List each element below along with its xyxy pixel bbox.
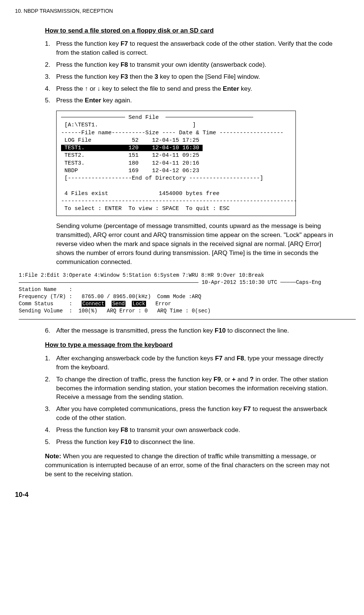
section1-step6: After the message is transmitted, press …: [45, 326, 338, 335]
list-item: Press the function key F10 to disconnect…: [45, 438, 338, 447]
list-item: Press the ↑ or ↓ key to select the file …: [45, 84, 338, 93]
send-file-window: ─────────────────── Send File ──────────…: [56, 111, 296, 216]
list-item: Press the function key F8 to transmit yo…: [45, 60, 338, 69]
list-item: Press the function key F8 to transmit yo…: [45, 426, 338, 435]
page-number: 10-4: [15, 490, 349, 500]
list-item: Press the function key F7 to request the…: [45, 39, 338, 57]
section2-title: How to type a message from the keyboard: [45, 340, 338, 350]
list-item: After you have completed communications,…: [45, 405, 338, 423]
step-6: After the message is transmitted, press …: [45, 326, 338, 335]
section1-title: How to send a file stored on a floppy di…: [45, 26, 338, 35]
list-item: After exchanging answerback code by the …: [45, 354, 338, 372]
status-screen: 1:File 2:Edit 3:Operate 4:Window 5:Stati…: [19, 272, 356, 321]
list-item: Press the function key F3 then the 3 key…: [45, 72, 338, 81]
section2-steps: After exchanging answerback code by the …: [45, 354, 338, 446]
section1-steps: Press the function key F7 to request the…: [45, 39, 338, 105]
page-header: 10. NBDP TRANSMISSION, RECEPTION: [15, 8, 349, 15]
note-paragraph: Note: When you are requested to change t…: [45, 452, 338, 478]
list-item: To change the direction of traffic, pres…: [45, 375, 338, 402]
paragraph-description: Sending volume (percentage of message tr…: [56, 222, 338, 266]
list-item: Press the Enter key again.: [45, 96, 338, 105]
